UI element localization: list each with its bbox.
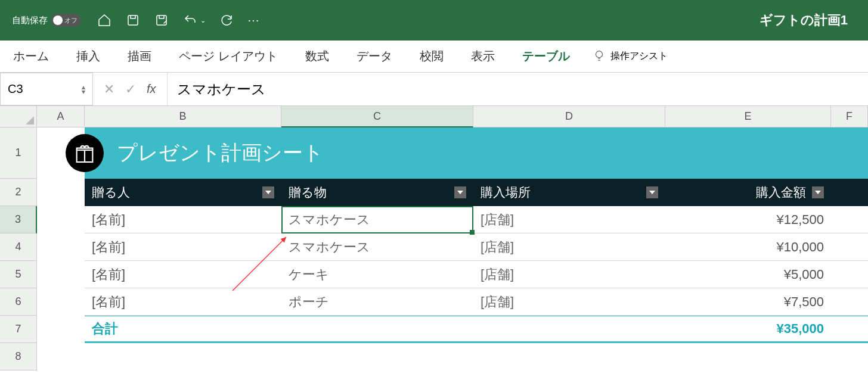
cell-item[interactable]: スマホケース xyxy=(281,206,473,233)
save-as-icon[interactable] xyxy=(154,13,169,28)
title-banner[interactable]: プレゼント計画シート xyxy=(85,127,868,179)
row-2: 2 贈る人 贈る物 購入場所 購入金額 xyxy=(0,179,868,206)
fx-label[interactable]: fx xyxy=(147,82,156,96)
cell-amount[interactable]: ¥10,000 xyxy=(665,234,831,260)
row-7: 7 合計 ¥35,000 xyxy=(0,316,868,343)
ribbon-tabs: ホーム 挿入 描画 ページ レイアウト 数式 データ 校閲 表示 テーブル 操作… xyxy=(0,41,868,73)
cell-item[interactable]: ケーキ xyxy=(281,261,473,288)
total-amount[interactable]: ¥35,000 xyxy=(665,316,831,341)
toggle-knob xyxy=(53,15,63,25)
cell-A6[interactable] xyxy=(37,288,85,316)
sheet-title: プレゼント計画シート xyxy=(117,139,324,167)
select-all-corner[interactable] xyxy=(0,106,37,127)
th-place[interactable]: 購入場所 xyxy=(473,179,665,206)
tab-home[interactable]: ホーム xyxy=(8,45,54,68)
formula-bar: C3 ▴▾ ✕ ✓ fx スマホケース xyxy=(0,73,868,106)
row-header-2[interactable]: 2 xyxy=(0,179,37,206)
row-header-4[interactable]: 4 xyxy=(0,234,37,261)
filter-icon[interactable] xyxy=(454,186,466,198)
table-row: [名前] スマホケース [店舗] ¥12,500 xyxy=(85,206,868,234)
cell-item[interactable]: ポーチ xyxy=(281,288,473,315)
cancel-formula-icon[interactable]: ✕ xyxy=(104,82,114,97)
quick-access-toolbar: ⌄ ⋯ xyxy=(97,13,261,28)
home-icon[interactable] xyxy=(97,13,112,28)
undo-icon[interactable] xyxy=(182,13,198,28)
svg-rect-0 xyxy=(128,15,138,25)
col-header-A[interactable]: A xyxy=(37,106,85,127)
assist-label: 操作アシスト xyxy=(610,50,668,63)
row-1: 1 プレゼント計画シート xyxy=(0,127,868,179)
col-header-F[interactable]: F xyxy=(831,106,868,127)
row-header-8[interactable]: 8 xyxy=(0,343,37,371)
cell-item[interactable]: スマホケース xyxy=(281,234,473,260)
row-6: 6 [名前] ポーチ [店舗] ¥7,500 xyxy=(0,288,868,316)
total-row: 合計 ¥35,000 xyxy=(85,316,868,343)
row-header-6[interactable]: 6 xyxy=(0,288,37,316)
cell-person[interactable]: [名前] xyxy=(85,288,281,315)
row-header-1[interactable]: 1 xyxy=(0,127,37,179)
table-header-row: 贈る人 贈る物 購入場所 購入金額 xyxy=(85,179,868,206)
col-header-B[interactable]: B xyxy=(85,106,281,127)
cell-A5[interactable] xyxy=(37,261,85,288)
cell-person[interactable]: [名前] xyxy=(85,234,281,260)
lightbulb-icon xyxy=(593,49,606,64)
th-person[interactable]: 贈る人 xyxy=(85,179,281,206)
workbook-name: ギフトの計画1 xyxy=(760,11,848,29)
tab-formulas[interactable]: 数式 xyxy=(300,45,334,68)
name-box-value: C3 xyxy=(8,82,23,96)
cell-place[interactable]: [店舗] xyxy=(473,206,665,233)
formula-value: スマホケース xyxy=(177,80,266,99)
cell-place[interactable]: [店舗] xyxy=(473,234,665,260)
autosave-group: 自動保存 オフ xyxy=(12,14,81,27)
cell-place[interactable]: [店舗] xyxy=(473,261,665,288)
cell-A3[interactable] xyxy=(37,206,85,234)
redo-icon[interactable] xyxy=(219,13,234,28)
tab-insert[interactable]: 挿入 xyxy=(72,45,105,68)
tab-page-layout[interactable]: ページ レイアウト xyxy=(174,45,283,68)
title-bar: 自動保存 オフ ⌄ ⋯ ギフトの計画1 xyxy=(0,0,868,41)
filter-icon[interactable] xyxy=(812,186,824,198)
col-header-C[interactable]: C xyxy=(281,106,473,127)
name-box[interactable]: C3 ▴▾ xyxy=(0,73,93,105)
row-header-7[interactable]: 7 xyxy=(0,316,37,343)
tab-table[interactable]: テーブル xyxy=(517,45,575,68)
undo-dropdown[interactable]: ⌄ xyxy=(200,17,206,24)
cell-empty[interactable] xyxy=(473,316,665,341)
more-icon[interactable]: ⋯ xyxy=(247,13,261,27)
formula-input[interactable]: スマホケース xyxy=(167,73,868,105)
row-header-3[interactable]: 3 xyxy=(0,206,37,234)
svg-point-2 xyxy=(596,51,602,57)
th-item[interactable]: 贈る物 xyxy=(281,179,473,206)
accept-formula-icon[interactable]: ✓ xyxy=(125,82,136,97)
filter-icon[interactable] xyxy=(262,186,274,198)
th-amount[interactable]: 購入金額 xyxy=(665,179,831,206)
gift-icon xyxy=(66,134,104,172)
cell-place[interactable]: [店舗] xyxy=(473,288,665,315)
row-header-5[interactable]: 5 xyxy=(0,261,37,288)
tab-view[interactable]: 表示 xyxy=(466,45,500,68)
cell-person[interactable]: [名前] xyxy=(85,261,281,288)
cell-amount[interactable]: ¥5,000 xyxy=(665,261,831,288)
cell-amount[interactable]: ¥12,500 xyxy=(665,206,831,233)
name-box-stepper[interactable]: ▴▾ xyxy=(82,85,85,94)
save-icon[interactable] xyxy=(125,13,141,28)
col-header-D[interactable]: D xyxy=(473,106,665,127)
cell-A4[interactable] xyxy=(37,234,85,261)
cell-person[interactable]: [名前] xyxy=(85,206,281,233)
col-header-E[interactable]: E xyxy=(665,106,831,127)
empty-cells[interactable] xyxy=(37,343,868,371)
cell-empty[interactable] xyxy=(281,316,473,341)
tell-me-group[interactable]: 操作アシスト xyxy=(593,49,668,64)
total-label[interactable]: 合計 xyxy=(85,316,281,341)
tab-draw[interactable]: 描画 xyxy=(123,45,156,68)
tab-data[interactable]: データ xyxy=(352,45,397,68)
tab-review[interactable]: 校閲 xyxy=(415,45,448,68)
autosave-toggle[interactable]: オフ xyxy=(51,14,81,27)
filter-icon[interactable] xyxy=(646,186,658,198)
autosave-label: 自動保存 xyxy=(12,15,48,26)
undo-group: ⌄ xyxy=(182,13,206,28)
cell-A7[interactable] xyxy=(37,316,85,343)
cell-amount[interactable]: ¥7,500 xyxy=(665,288,831,315)
cell-A2[interactable] xyxy=(37,179,85,206)
table-row: [名前] スマホケース [店舗] ¥10,000 xyxy=(85,234,868,261)
